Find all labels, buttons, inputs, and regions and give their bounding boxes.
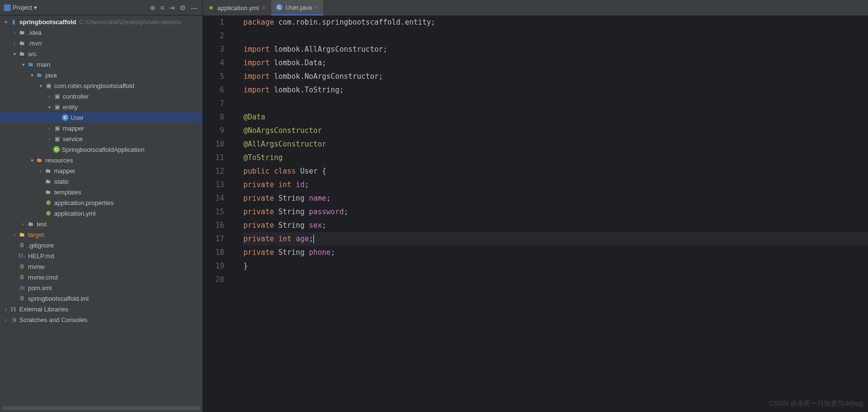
tree-item-label: java [45, 72, 57, 79]
tree-item-service[interactable]: ›▣service [0, 133, 202, 144]
maven-icon: m [18, 284, 26, 291]
tree-item-templates[interactable]: 🖿templates [0, 187, 202, 197]
tree-item-mvnw-cmd[interactable]: 🗎mvnw.cmd [0, 272, 202, 282]
tree-item-label: src [28, 50, 36, 58]
project-tree[interactable]: ▾ ▮ springbootscaffold C:\Users\robin\De… [0, 15, 202, 404]
tab-application-yml[interactable]: ⬢application.yml× [203, 0, 271, 15]
tree-item-main[interactable]: ▾🖿main [0, 59, 202, 70]
folder-icon: 🖿 [27, 61, 35, 68]
chevron-right-icon[interactable]: › [37, 168, 44, 174]
close-icon[interactable]: × [262, 4, 266, 12]
tree-item-label: HELP.md [28, 252, 54, 260]
project-toolbar: Project ▾ ⊕ ≡ ⇥ ⚙ — [0, 0, 202, 15]
package-icon: ▣ [53, 93, 61, 100]
tree-item-pom-xml[interactable]: mpom.xml [0, 282, 202, 293]
tree-item-springbootscaffoldapplication[interactable]: CSpringbootscaffoldApplication [0, 144, 202, 155]
chevron-right-icon[interactable]: › [11, 30, 18, 35]
chevron-down-icon[interactable]: ▾ [28, 73, 36, 78]
folder-icon: 🖿 [18, 40, 26, 46]
tree-item-target[interactable]: ›🖿target [0, 229, 202, 240]
close-icon[interactable]: × [314, 3, 318, 11]
tree-item-mapper[interactable]: ›▣mapper [0, 123, 202, 133]
collapse-icon[interactable]: ⇥ [169, 4, 175, 12]
hide-icon[interactable]: — [191, 4, 198, 12]
tree-item-src[interactable]: ▾🖿src [0, 48, 202, 59]
tree-item-label: application.yml [54, 210, 96, 217]
file-icon: 🗎 [18, 242, 26, 249]
chevron-down-icon[interactable]: ▾ [11, 51, 18, 57]
chevron-down-icon[interactable]: ▾ [2, 19, 10, 25]
tree-item-resources[interactable]: ▾🖿resources [0, 155, 202, 165]
markdown-icon: M↓ [18, 252, 26, 259]
spring-class-icon: C [53, 146, 60, 153]
tree-item-application-yml[interactable]: ⬢application.yml [0, 208, 202, 219]
horizontal-scrollbar[interactable] [2, 406, 200, 410]
chevron-right-icon[interactable]: › [45, 94, 53, 99]
tree-item--idea[interactable]: ›🖿.idea [0, 27, 202, 38]
folder-icon: 🖿 [18, 231, 26, 238]
tree-item-mvnw[interactable]: 🗎mvnw [0, 261, 202, 272]
external-libraries[interactable]: › ⫿⫿ External Libraries [0, 304, 202, 314]
tree-item-help-md[interactable]: M↓HELP.md [0, 250, 202, 261]
tree-item-label: main [37, 61, 50, 68]
code-content[interactable]: package com.robin.springbootscaffold.ent… [240, 15, 868, 412]
tree-item-springbootscaffold-iml[interactable]: 🗎springbootscaffold.iml [0, 293, 202, 304]
project-dropdown[interactable]: Project ▾ [0, 4, 41, 11]
spring-file-icon: ⬢ [44, 199, 52, 206]
chevron-right-icon[interactable]: › [45, 126, 53, 131]
chevron-down-icon[interactable]: ▾ [19, 62, 27, 67]
root-name: springbootscaffold [19, 18, 76, 26]
tree-item-label: application.properties [54, 199, 114, 206]
tree-item-label: mvnw.cmd [28, 274, 57, 281]
tree-item-label: mapper [54, 167, 75, 175]
tree-item-application-properties[interactable]: ⬢application.properties [0, 197, 202, 208]
tree-item-static[interactable]: 🖿static [0, 176, 202, 187]
tree-item-label: templates [54, 189, 81, 196]
tab-label: User.java [285, 4, 312, 11]
tree-item-com-robin-springbootscaffold[interactable]: ▾▣com.robin.springbootscaffold [0, 80, 202, 91]
settings-icon[interactable]: ⚙ [180, 4, 186, 12]
chevron-down-icon[interactable]: ▾ [45, 104, 53, 110]
scratches-consoles[interactable]: › ◑ Scratches and Consoles [0, 314, 202, 325]
tree-item--mvn[interactable]: ›🖿.mvn [0, 38, 202, 48]
ext-libs-label: External Libraries [19, 306, 68, 313]
package-icon: ▣ [53, 125, 61, 132]
scratches-icon: ◑ [10, 316, 17, 323]
chevron-right-icon[interactable]: › [19, 221, 27, 227]
tree-item-mapper[interactable]: ›🖿mapper [0, 165, 202, 176]
folder-icon: 🖿 [44, 178, 52, 185]
tab-User-java[interactable]: CUser.java× [271, 0, 324, 15]
tree-item-label: test [37, 221, 47, 228]
tree-item-entity[interactable]: ▾▣entity [0, 102, 202, 112]
tree-item-label: resources [45, 157, 73, 164]
tree-item--gitignore[interactable]: 🗎.gitignore [0, 240, 202, 250]
file-icon: 🗎 [18, 295, 26, 302]
tree-item-label: .mvn [28, 40, 42, 47]
expand-icon[interactable]: ≡ [160, 4, 164, 12]
chevron-down-icon[interactable]: ▾ [37, 83, 44, 88]
chevron-right-icon[interactable]: › [45, 136, 53, 142]
tree-item-user[interactable]: CUser [0, 112, 202, 123]
tree-item-test[interactable]: ›🖿test [0, 219, 202, 229]
tree-item-java[interactable]: ▾🖿java [0, 70, 202, 80]
spring-icon: ⬢ [208, 4, 214, 11]
dropdown-icon: ▾ [34, 4, 37, 11]
folder-icon: 🖿 [18, 29, 26, 36]
chevron-right-icon[interactable]: › [11, 41, 18, 46]
folder-icon: 🖿 [18, 50, 26, 57]
tree-item-label: mvnw [28, 263, 44, 270]
spring-file-icon: ⬢ [44, 210, 52, 217]
package-icon: ▣ [44, 82, 52, 89]
tree-item-controller[interactable]: ›▣controller [0, 91, 202, 102]
tree-item-label: static [54, 178, 69, 185]
chevron-right-icon[interactable]: › [11, 232, 18, 237]
locate-icon[interactable]: ⊕ [150, 4, 156, 12]
package-icon: ▣ [53, 103, 61, 110]
code-editor[interactable]: 1234567891011121314151617181920 package … [203, 15, 868, 412]
editor-area: ⬢application.yml×CUser.java× 12345678910… [203, 0, 868, 412]
chevron-down-icon[interactable]: ▾ [28, 158, 36, 163]
tree-root[interactable]: ▾ ▮ springbootscaffold C:\Users\robin\De… [0, 16, 202, 27]
chevron-right-icon[interactable]: › [2, 307, 10, 312]
chevron-right-icon[interactable]: › [2, 317, 10, 323]
tree-item-label: SpringbootscaffoldApplication [62, 146, 144, 153]
